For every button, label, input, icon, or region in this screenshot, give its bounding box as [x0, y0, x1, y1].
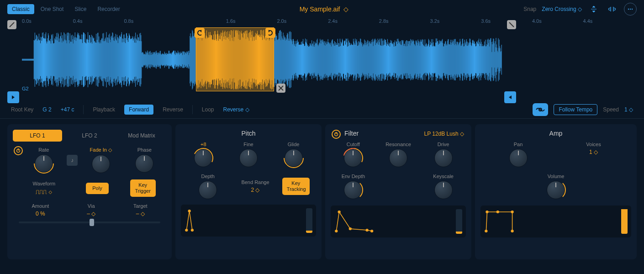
lfo-power-button[interactable] [14, 146, 23, 155]
pitch-knob[interactable] [194, 149, 212, 167]
param-bar: Root Key G 2 +47 c Playback Forward Reve… [0, 100, 644, 119]
amount-slider[interactable] [19, 221, 160, 223]
pitch-title: Pitch [181, 130, 316, 137]
depth-label: Depth [201, 174, 214, 179]
svg-point-0 [628, 9, 629, 10]
tab-classic[interactable]: Classic [7, 4, 34, 14]
chevron-updown-icon: ◇ [342, 5, 348, 13]
keyscale-label: Keyscale [433, 174, 454, 179]
loop-end-handle[interactable] [265, 28, 275, 38]
crossfade-handle[interactable] [276, 84, 285, 93]
svg-point-1311 [335, 230, 338, 232]
target-value[interactable]: – ◇ [136, 211, 145, 217]
sync-button[interactable]: ♪ [67, 155, 78, 166]
root-key-cents[interactable]: +47 c [61, 106, 74, 113]
more-icon[interactable] [624, 3, 637, 16]
file-name[interactable]: My Sample.aif ◇ [125, 5, 524, 13]
svg-point-1313 [349, 227, 352, 230]
svg-point-2 [632, 9, 633, 10]
cutoff-label: Cutoff [347, 142, 360, 147]
fade-knob[interactable] [92, 155, 110, 173]
depth-knob[interactable] [199, 181, 217, 199]
target-label: Target [133, 203, 148, 209]
key-tracking-button[interactable]: Key Tracking [282, 178, 310, 195]
sample-end-handle[interactable] [504, 91, 516, 103]
voices-value[interactable]: 1 ◇ [589, 149, 598, 155]
phase-knob[interactable] [135, 154, 153, 173]
bend-range-value[interactable]: 2 ◇ [251, 187, 259, 193]
root-key-label: Root Key [11, 106, 33, 113]
svg-point-1315 [370, 230, 373, 232]
glide-knob[interactable] [285, 149, 303, 167]
tab-slice[interactable]: Slice [70, 4, 91, 14]
snap-value[interactable]: Zero Crossing ◇ [542, 6, 582, 12]
pan-knob[interactable] [509, 149, 528, 167]
loop-value[interactable]: Reverse ◇ [223, 106, 249, 113]
amp-panel: Amp Pan Voices 1 ◇ Volume [475, 124, 637, 259]
voices-label: Voices [586, 142, 601, 147]
amp-title: Amp [480, 130, 631, 137]
filter-panel: Filter LP 12dB Lush ◇ Cutoff Resonance D… [325, 124, 471, 259]
fade-in-handle[interactable] [7, 20, 16, 29]
glide-label: Glide [288, 142, 300, 147]
fade-label[interactable]: Fade In ◇ [90, 147, 112, 153]
playback-forward-button[interactable]: Forward [124, 105, 153, 115]
header-right: Snap Zero Crossing ◇ [523, 3, 637, 16]
volume-knob[interactable] [547, 181, 565, 199]
filter-type-selector[interactable]: LP 12dB Lush ◇ [424, 131, 464, 137]
key-trigger-button[interactable]: Key Trigger [130, 179, 156, 197]
pitch-envelope[interactable] [181, 205, 316, 237]
svg-point-1316 [485, 230, 487, 232]
fine-label: Fine [243, 142, 253, 147]
follow-tempo-button[interactable]: Follow Tempo [554, 104, 597, 115]
speed-value[interactable]: 1 ◇ [624, 106, 633, 113]
waveform-area: 0.0s 0.4s 0.8s 1.6s 2.0s 2.4s 2.8s 3.2s … [0, 18, 644, 100]
keyscale-knob[interactable] [434, 181, 453, 199]
loop-region[interactable] [196, 27, 274, 91]
header: Classic One Shot Slice Recorder My Sampl… [0, 0, 644, 18]
rate-label: Rate [38, 147, 49, 153]
waveform-selector[interactable]: ⎍⎍⎍ ◇ [36, 188, 52, 195]
tab-one-shot[interactable]: One Shot [36, 4, 69, 14]
svg-point-1307 [188, 210, 190, 212]
tab-mod-matrix[interactable]: Mod Matrix [117, 130, 166, 142]
phase-label: Phase [137, 147, 152, 153]
fine-knob[interactable] [239, 149, 258, 167]
lower-panels: LFO 1 LFO 2 Mod Matrix Rate ♪ Fade In ◇ … [0, 119, 644, 265]
env-depth-knob[interactable] [344, 181, 362, 199]
tab-lfo2[interactable]: LFO 2 [65, 130, 114, 142]
tab-lfo1[interactable]: LFO 1 [13, 130, 62, 142]
drive-knob[interactable] [434, 149, 453, 167]
tab-recorder[interactable]: Recorder [93, 4, 124, 14]
resonance-label: Resonance [385, 142, 411, 147]
amp-envelope[interactable] [480, 206, 631, 237]
root-key-note[interactable]: G 2 [42, 106, 51, 113]
filter-power-button[interactable] [332, 130, 341, 139]
mode-tabs: Classic One Shot Slice Recorder [7, 4, 125, 14]
resonance-knob[interactable] [389, 149, 407, 167]
cutoff-knob[interactable] [344, 149, 362, 167]
bend-range-label: Bend Range [241, 179, 269, 185]
filter-envelope[interactable] [331, 206, 466, 237]
via-label: Via [88, 203, 95, 209]
loop-start-handle[interactable] [195, 28, 205, 38]
pitch-coarse-value: +8 [201, 142, 206, 147]
sample-start-handle[interactable] [7, 91, 19, 103]
lfo-panel: LFO 1 LFO 2 Mod Matrix Rate ♪ Fade In ◇ … [7, 124, 172, 259]
amount-label: Amount [32, 203, 49, 209]
svg-point-1314 [365, 229, 368, 232]
rate-knob[interactable] [35, 154, 53, 173]
poly-button[interactable]: Poly [86, 183, 109, 194]
waveform-label: Waveform [32, 181, 55, 186]
horizontal-zoom-icon[interactable] [606, 3, 618, 16]
pitch-panel: Pitch +8 Fine Glide Depth Bend Range 2 [175, 124, 322, 259]
vertical-zoom-icon[interactable] [587, 3, 600, 16]
amount-value[interactable]: 0 % [36, 211, 45, 217]
env-depth-label: Env Depth [342, 174, 365, 179]
drive-label: Drive [438, 142, 449, 147]
playback-reverse-button[interactable]: Reverse [163, 106, 183, 113]
pan-label: Pan [514, 142, 523, 147]
flex-button[interactable] [533, 103, 548, 116]
waveform-display[interactable]: G2 [22, 27, 622, 91]
via-value[interactable]: – ◇ [87, 211, 95, 217]
